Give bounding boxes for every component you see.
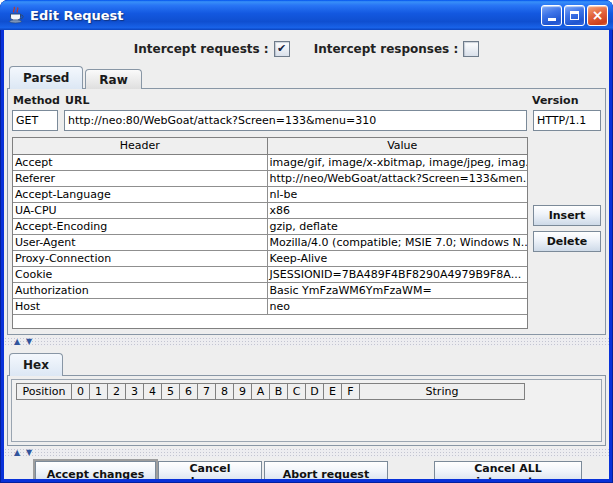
hex-column-header[interactable]: C <box>288 384 306 400</box>
intercept-requests-label: Intercept requests : <box>134 42 269 56</box>
headers-scrollpane: Header Value Acceptimage/gif, image/x-xb… <box>12 137 528 329</box>
hex-column-header[interactable]: 1 <box>90 384 108 400</box>
table-row[interactable]: Hostneo <box>13 298 528 314</box>
collapse-up-icon[interactable]: ▲ <box>14 448 20 457</box>
hex-column-header[interactable]: 5 <box>162 384 180 400</box>
hex-column-header[interactable]: D <box>306 384 324 400</box>
intercept-responses-label: Intercept responses : <box>314 42 459 56</box>
table-row[interactable]: UA-CPUx86 <box>13 202 528 218</box>
table-cell[interactable]: gzip, deflate <box>267 218 528 234</box>
table-cell[interactable]: Referer <box>13 170 267 186</box>
cancel-all-intercepts-button[interactable]: Cancel ALL intercepts <box>434 461 582 479</box>
collapse-up-icon[interactable]: ▲ <box>14 337 20 346</box>
value-column-header[interactable]: Value <box>267 138 528 154</box>
table-row[interactable]: Proxy-ConnectionKeep-Alive <box>13 250 528 266</box>
edit-request-window: Edit Request × Intercept requests : ✔ In… <box>0 0 613 483</box>
cancel-changes-button[interactable]: Cancel changes <box>158 461 262 479</box>
hex-column-header[interactable]: String <box>360 384 525 400</box>
hex-tabpane: Hex Position0123456789ABCDEFString <box>7 352 606 446</box>
accept-changes-button[interactable]: Accept changes <box>35 461 156 479</box>
request-line-fields <box>12 110 601 131</box>
intercept-row: Intercept requests : ✔ Intercept respons… <box>4 38 609 59</box>
table-cell[interactable]: Proxy-Connection <box>13 250 267 266</box>
collapse-down-icon[interactable]: ▼ <box>26 337 32 346</box>
collapse-down-icon[interactable]: ▼ <box>26 448 32 457</box>
tab-hex[interactable]: Hex <box>9 353 63 376</box>
table-row[interactable]: Accept-Encodinggzip, deflate <box>13 218 528 234</box>
action-buttons-row: Accept changes Cancel changes Abort requ… <box>35 461 609 479</box>
version-input[interactable] <box>533 110 601 131</box>
table-cell[interactable]: JSESSIONID=7BA489F4BF8290A4979B9F8A... <box>267 266 528 282</box>
table-cell[interactable]: Basic YmFzaWM6YmFzaWM= <box>267 282 528 298</box>
close-button[interactable]: × <box>587 5 608 26</box>
hex-column-header[interactable]: E <box>324 384 342 400</box>
table-cell[interactable]: Authorization <box>13 282 267 298</box>
intercept-requests-checkbox[interactable]: ✔ <box>274 41 290 57</box>
version-label: Version <box>532 94 600 107</box>
table-cell[interactable]: Cookie <box>13 266 267 282</box>
table-cell[interactable]: Accept-Encoding <box>13 218 267 234</box>
parsed-tab-content: Method URL Version Header <box>7 88 606 335</box>
intercept-responses-checkbox[interactable] <box>463 41 479 57</box>
titlebar[interactable]: Edit Request × <box>0 0 613 30</box>
hex-column-header[interactable]: 4 <box>144 384 162 400</box>
request-tabs: Parsed Raw <box>7 65 606 88</box>
table-edit-buttons: Insert Delete <box>528 137 601 329</box>
hex-column-header[interactable]: 2 <box>108 384 126 400</box>
headers-table-header-row: Header Value <box>13 138 528 154</box>
hex-column-header[interactable]: A <box>252 384 270 400</box>
method-input[interactable] <box>12 110 58 131</box>
table-cell[interactable]: Accept <box>13 154 267 170</box>
table-row[interactable]: AuthorizationBasic YmFzaWM6YmFzaWM= <box>13 282 528 298</box>
delete-button[interactable]: Delete <box>533 231 601 252</box>
hex-table-header-row: Position0123456789ABCDEFString <box>17 384 525 400</box>
java-icon <box>7 6 25 24</box>
insert-button[interactable]: Insert <box>533 205 601 226</box>
table-cell[interactable]: Mozilla/4.0 (compatible; MSIE 7.0; Windo… <box>267 234 528 250</box>
table-cell[interactable]: Host <box>13 298 267 314</box>
table-row[interactable]: CookieJSESSIONID=7BA489F4BF8290A4979B9F8… <box>13 266 528 282</box>
header-column-header[interactable]: Header <box>13 138 267 154</box>
table-cell[interactable]: User-Agent <box>13 234 267 250</box>
table-cell[interactable]: nl-be <box>267 186 528 202</box>
url-input[interactable] <box>64 110 527 131</box>
hex-tabs: Hex <box>7 352 606 375</box>
hex-scrollpane: Position0123456789ABCDEFString <box>11 379 602 442</box>
close-icon: × <box>592 8 604 22</box>
headers-area: Header Value Acceptimage/gif, image/x-xb… <box>12 137 601 329</box>
url-label: URL <box>65 94 532 107</box>
table-cell[interactable]: UA-CPU <box>13 202 267 218</box>
hex-tab-content: Position0123456789ABCDEFString <box>7 375 606 446</box>
hex-column-header[interactable]: B <box>270 384 288 400</box>
table-cell[interactable]: Accept-Language <box>13 186 267 202</box>
table-cell[interactable]: http://neo/WebGoat/attack?Screen=133&men… <box>267 170 528 186</box>
tab-raw[interactable]: Raw <box>85 69 141 89</box>
table-cell[interactable]: neo <box>267 298 528 314</box>
checkmark-icon: ✔ <box>277 43 286 54</box>
window-controls: × <box>541 5 608 26</box>
hex-column-header[interactable]: 7 <box>198 384 216 400</box>
split-divider-lower[interactable]: ▲ ▼ <box>4 448 609 457</box>
hex-column-header[interactable]: 3 <box>126 384 144 400</box>
headers-table: Header Value Acceptimage/gif, image/x-xb… <box>13 138 528 315</box>
maximize-button[interactable] <box>564 5 585 26</box>
minimize-button[interactable] <box>541 5 562 26</box>
table-row[interactable]: User-AgentMozilla/4.0 (compatible; MSIE … <box>13 234 528 250</box>
table-cell[interactable]: x86 <box>267 202 528 218</box>
hex-column-header[interactable]: 8 <box>216 384 234 400</box>
table-row[interactable]: Refererhttp://neo/WebGoat/attack?Screen=… <box>13 170 528 186</box>
minimize-icon <box>548 18 556 21</box>
hex-column-header[interactable]: 0 <box>72 384 90 400</box>
table-cell[interactable]: image/gif, image/x-xbitmap, image/jpeg, … <box>267 154 528 170</box>
hex-table: Position0123456789ABCDEFString <box>16 383 525 400</box>
abort-request-button[interactable]: Abort request <box>264 461 388 479</box>
hex-column-header[interactable]: F <box>342 384 360 400</box>
table-row[interactable]: Acceptimage/gif, image/x-xbitmap, image/… <box>13 154 528 170</box>
hex-column-header[interactable]: 9 <box>234 384 252 400</box>
hex-column-header[interactable]: Position <box>17 384 72 400</box>
tab-parsed[interactable]: Parsed <box>9 66 83 89</box>
hex-column-header[interactable]: 6 <box>180 384 198 400</box>
split-divider-upper[interactable]: ▲ ▼ <box>4 337 609 346</box>
table-row[interactable]: Accept-Languagenl-be <box>13 186 528 202</box>
table-cell[interactable]: Keep-Alive <box>267 250 528 266</box>
